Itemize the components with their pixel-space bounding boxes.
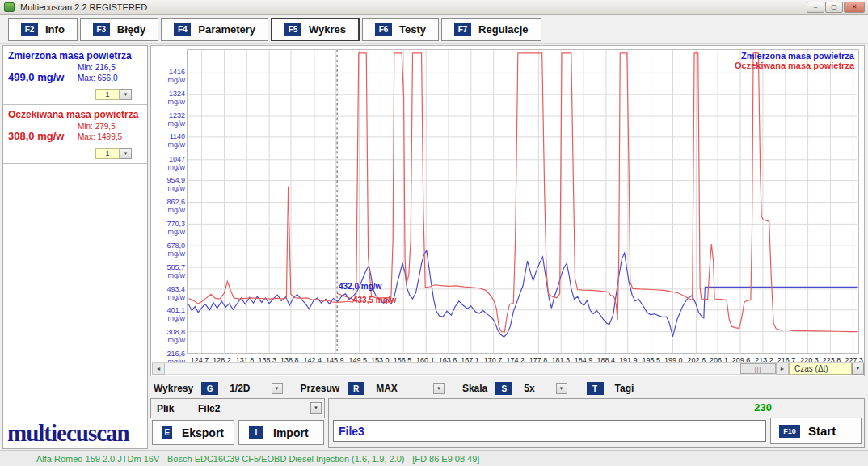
eksport-button[interactable]: E Eksport <box>152 420 234 445</box>
eksport-label: Eksport <box>182 426 224 439</box>
f4-key-badge: F4 <box>174 23 191 36</box>
y-axis-label: 678,0 mg/w <box>153 241 185 258</box>
scroll-right-icon[interactable]: ► <box>776 363 789 375</box>
signal-current-value: 499,0 mg/w <box>8 71 64 83</box>
chevron-down-icon[interactable]: ▼ <box>272 383 283 394</box>
main-area: Zmierzona masa powietrza 499,0 mg/w Min:… <box>0 44 868 450</box>
i-key-badge: I <box>249 426 263 439</box>
y-axis-label: 493,4 mg/w <box>153 285 185 301</box>
g-key-badge: G <box>201 382 218 395</box>
e-key-badge: E <box>162 426 172 439</box>
t-key-badge: T <box>587 382 604 395</box>
f6-key-badge: F6 <box>375 23 392 36</box>
tagi-label[interactable]: Tagi <box>615 383 634 394</box>
y-axis-label: 862,6 mg/w <box>153 198 185 214</box>
chart-panel: 1416 mg/w1324 mg/w1232 mg/w1140 mg/w1047… <box>150 45 865 376</box>
signal-name: Zmierzona masa powietrza <box>8 50 132 61</box>
vehicle-info-text: Alfa Romeo 159 2.0 JTDm 16V - Bosch EDC1… <box>36 454 479 464</box>
y-axis-label: 401,1 mg/w <box>153 306 185 322</box>
file-group: Plik File2 ▼ <box>150 398 325 418</box>
plik-file-select[interactable]: File2 <box>198 403 220 414</box>
s-key-badge: S <box>495 382 512 395</box>
tab-info-label: Info <box>45 23 65 36</box>
f2-key-badge: F2 <box>21 23 38 36</box>
chevron-down-icon[interactable]: ▼ <box>120 89 132 100</box>
f3-key-badge: F3 <box>93 23 110 36</box>
y-axis-label: 308,8 mg/w <box>153 328 185 344</box>
y-axis-label: 770,3 mg/w <box>153 220 185 236</box>
y-axis-label: 1324 mg/w <box>153 90 185 106</box>
start-label: Start <box>808 424 836 438</box>
wykresy-label: Wykresy <box>154 383 193 394</box>
chevron-down-icon[interactable]: ▼ <box>852 363 864 375</box>
tab-regulacje-label: Regulacje <box>478 23 528 36</box>
y-axis-label: 1047 mg/w <box>153 155 185 171</box>
tab-regulacje[interactable]: F7 Regulacje <box>441 18 541 41</box>
signal-sidebar: Zmierzona masa powietrza 499,0 mg/w Min:… <box>2 45 148 449</box>
start-button[interactable]: F10 Start <box>770 418 862 444</box>
minimize-button[interactable]: – <box>807 2 824 13</box>
przesuw-label: Przesuw <box>301 383 340 394</box>
signal-max: Max: 656,0 <box>78 73 117 82</box>
skala-label: Skala <box>462 383 487 394</box>
tab-wykres[interactable]: F5 Wykres <box>271 18 360 41</box>
signal-min: Min: 216,5 <box>78 63 116 72</box>
app-window: Multiecuscan 2.2 REGISTERED – ▢ ✕ F2 Inf… <box>0 0 868 466</box>
series-line-0 <box>188 250 857 337</box>
y-axis-label: 954,9 mg/w <box>153 176 185 192</box>
signal-channel-value[interactable]: 1 <box>95 89 120 100</box>
window-title: Multiecuscan 2.2 REGISTERED <box>20 2 147 12</box>
cursor-value-blue: 432,0 mg/w <box>339 282 381 291</box>
y-axis-label: 1140 mg/w <box>153 132 185 149</box>
signal-panel-oczekiwana[interactable]: Oczekiwana masa powietrza 308,0 mg/w Min… <box>3 105 147 164</box>
tab-parametery[interactable]: F4 Parametery <box>161 18 268 41</box>
chevron-down-icon[interactable]: ▼ <box>310 402 322 414</box>
tab-parametery-label: Parametery <box>198 23 255 36</box>
plik-label: Plik <box>157 403 174 414</box>
skala-value[interactable]: 5x <box>524 383 534 394</box>
f10-key-badge: F10 <box>779 425 800 438</box>
chart-controls: Wykresy G 1/2D ▼ Przesuw R MAX ▼ Skala S… <box>154 380 634 397</box>
status-bar: Alfa Romeo 159 2.0 JTDm 16V - Bosch EDC1… <box>0 450 868 466</box>
signal-channel-value[interactable]: 1 <box>95 148 120 159</box>
chevron-down-icon[interactable]: ▼ <box>120 148 132 159</box>
run-group: 230 F10 Start <box>328 398 865 448</box>
y-axis-label: 1416 mg/w <box>153 68 185 84</box>
plot-area[interactable] <box>187 49 859 354</box>
plot-svg <box>187 49 859 354</box>
scrollbar-track[interactable]: ||| <box>165 363 776 375</box>
multiecuscan-logo: multiecuscan <box>7 420 129 447</box>
przesuw-mode-value[interactable]: MAX <box>376 383 398 394</box>
scroll-left-icon[interactable]: ◄ <box>152 363 165 375</box>
title-bar: Multiecuscan 2.2 REGISTERED – ▢ ✕ <box>0 0 868 15</box>
tab-testy-label: Testy <box>399 23 426 36</box>
tab-info[interactable]: F2 Info <box>8 18 78 41</box>
app-icon <box>4 2 15 12</box>
r-key-badge: R <box>348 382 364 395</box>
y-axis-label: 585,7 mg/w <box>153 263 185 279</box>
wykresy-mode-value[interactable]: 1/2D <box>230 383 250 394</box>
chevron-down-icon[interactable]: ▼ <box>433 383 445 394</box>
f5-key-badge: F5 <box>284 23 301 36</box>
chevron-down-icon[interactable]: ▼ <box>556 383 567 394</box>
import-button[interactable]: I Import <box>238 420 324 445</box>
cursor-value-red: 433,5 mg/w <box>353 296 396 304</box>
maximize-button[interactable]: ▢ <box>825 2 843 13</box>
signal-name: Oczekiwana masa powietrza <box>8 109 138 120</box>
close-button[interactable]: ✕ <box>844 2 865 13</box>
legend-zmierzona: Zmierzona masa powietrza <box>735 51 854 61</box>
tab-bar: F2 Info F3 Błędy F4 Parametery F5 Wykres… <box>0 15 868 44</box>
f7-key-badge: F7 <box>454 23 471 36</box>
tab-testy[interactable]: F6 Testy <box>362 18 439 41</box>
tab-bledy[interactable]: F3 Błędy <box>80 18 158 41</box>
tab-wykres-label: Wykres <box>309 23 346 36</box>
signal-min: Min: 279,5 <box>78 122 116 131</box>
legend-oczekiwana: Oczekiwana masa powietrza <box>735 61 854 70</box>
scrollbar-thumb[interactable]: ||| <box>740 363 776 374</box>
import-label: Import <box>273 426 309 439</box>
filename-input[interactable] <box>333 420 766 442</box>
signal-max: Max: 1499,5 <box>78 132 122 141</box>
x-axis-mode-select[interactable]: Czas (Δt) <box>789 363 852 375</box>
time-scrollbar: ◄ ||| ► Czas (Δt) ▼ <box>152 362 864 375</box>
signal-panel-zmierzona[interactable]: Zmierzona masa powietrza 499,0 mg/w Min:… <box>3 46 147 105</box>
